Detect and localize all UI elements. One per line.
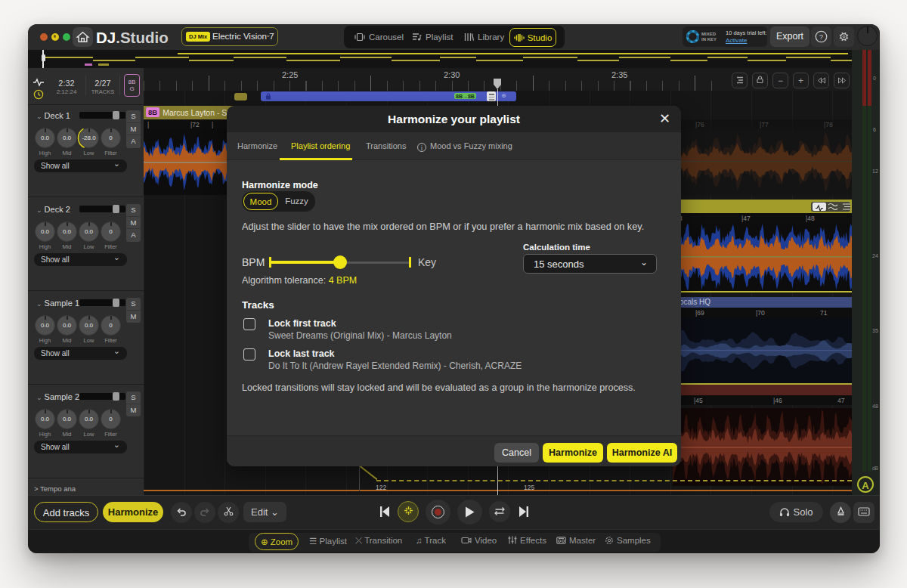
svg-text:?: ? <box>819 32 823 41</box>
